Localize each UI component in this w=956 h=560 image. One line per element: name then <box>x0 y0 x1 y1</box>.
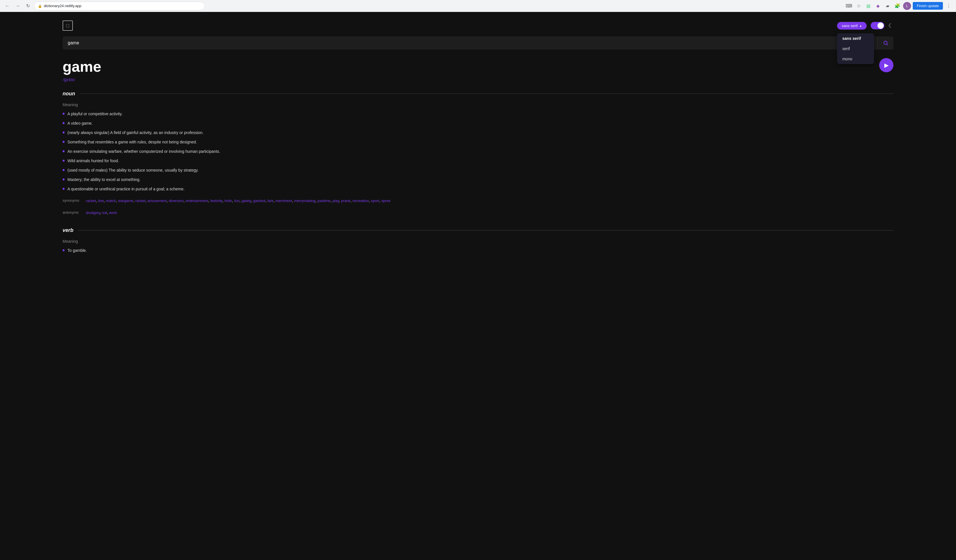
list-item: A playful or competitive activity. <box>63 111 893 117</box>
chevron-up-icon: ▲ <box>859 24 862 27</box>
synonym-link[interactable]: match <box>106 199 116 203</box>
meaning-text: Something that resembles a game with rul… <box>68 139 197 145</box>
synonym-link[interactable]: line <box>98 199 104 203</box>
desktop-icon[interactable]: ⌨ <box>845 2 853 10</box>
list-item: (nearly always singular) A field of gain… <box>63 130 893 136</box>
synonym-link[interactable]: recreation <box>352 199 369 203</box>
synonym-link[interactable]: sport <box>371 199 379 203</box>
play-icon: ▶ <box>884 62 888 69</box>
url-text: dictionary24.netlify.app <box>44 4 81 8</box>
synonym-link[interactable]: wargame <box>118 199 133 203</box>
font-option-mono[interactable]: mono <box>837 54 874 64</box>
extension-icon-3[interactable]: ▰ <box>884 2 892 10</box>
list-item: A video game. <box>63 120 893 126</box>
bullet-icon <box>63 178 64 181</box>
synonyms-label: synonyms <box>63 198 83 203</box>
synonym-link[interactable]: play <box>333 199 339 203</box>
synonym-link[interactable]: gambol <box>253 199 266 203</box>
meaning-text: A video game. <box>68 120 93 126</box>
top-bar: □ sans serif ▲ sans serif serif mono ☾ <box>63 20 893 31</box>
pos-divider-verb <box>78 230 893 231</box>
pos-label-noun: noun <box>63 91 75 97</box>
synonym-link[interactable]: frolic <box>225 199 232 203</box>
forward-button[interactable]: → <box>14 2 22 10</box>
antonym-link[interactable]: drudgery <box>86 211 100 215</box>
synonym-link[interactable]: fun <box>234 199 240 203</box>
synonym-link[interactable]: merriment <box>275 199 292 203</box>
bullet-icon <box>63 150 64 152</box>
meaning-text: A questionable or unethical practice in … <box>68 186 185 192</box>
antonyms-label: antonyms <box>63 210 83 215</box>
meaning-text: Mastery; the ability to excel at somethi… <box>68 177 140 183</box>
browser-chrome: ← → ↻ 🔒 dictionary24.netlify.app ⌨ ☆ ▤ ◆… <box>0 0 956 12</box>
meaning-label-verb: Meaning <box>63 239 893 244</box>
play-audio-button[interactable]: ▶ <box>879 58 893 72</box>
synonym-link[interactable]: pastime <box>318 199 331 203</box>
pos-header-verb: verb <box>63 227 893 233</box>
meaning-text: An exercise simulating warfare, whether … <box>68 149 220 154</box>
extension-icon-1[interactable]: ▤ <box>864 2 873 10</box>
synonym-link[interactable]: gaiety <box>242 199 251 203</box>
bullet-icon <box>63 188 64 190</box>
finish-update-button[interactable]: Finish update <box>913 2 943 10</box>
synonym-link[interactable]: festivity <box>210 199 222 203</box>
menu-icon[interactable]: ⋮ <box>945 2 953 10</box>
synonym-link[interactable]: diversion <box>169 199 184 203</box>
synonym-link[interactable]: entertainment <box>186 199 209 203</box>
bullet-icon <box>63 113 64 115</box>
top-bar-right: sans serif ▲ sans serif serif mono ☾ <box>837 22 893 30</box>
phonetic: /ɡeɪm/ <box>63 77 893 82</box>
extension-icon-2[interactable]: ◆ <box>874 2 882 10</box>
synonym-link[interactable]: spree <box>381 199 391 203</box>
font-dropdown-menu: sans serif serif mono <box>837 33 874 64</box>
bookmark-icon[interactable]: ☆ <box>855 2 863 10</box>
profile-avatar[interactable]: L <box>903 2 911 10</box>
verb-section: verb Meaning To gamble. <box>63 227 893 253</box>
synonym-link[interactable]: prank <box>341 199 351 203</box>
synonyms-row: synonyms racket, line, match, wargame, r… <box>63 198 893 204</box>
list-item: Wild animals hunted for food. <box>63 158 893 164</box>
synonyms-words: racket, line, match, wargame, racket, am… <box>86 198 390 204</box>
antonyms-words: drudgery, toil, work <box>86 210 117 216</box>
word-header: game /ɡeɪm/ ▶ <box>63 58 893 82</box>
pos-label-verb: verb <box>63 227 74 233</box>
puzzle-icon[interactable]: 🧩 <box>893 2 901 10</box>
verb-meanings-list: To gamble. <box>63 247 893 253</box>
search-icon <box>883 40 888 46</box>
app-container: □ sans serif ▲ sans serif serif mono ☾ <box>0 12 956 560</box>
meaning-text: (used mostly of males) The ability to se… <box>68 167 199 173</box>
meaning-text: A playful or competitive activity. <box>68 111 122 117</box>
back-button[interactable]: ← <box>3 2 11 10</box>
address-bar[interactable]: 🔒 dictionary24.netlify.app <box>34 2 205 10</box>
lock-icon: 🔒 <box>38 4 42 8</box>
synonym-link[interactable]: racket <box>135 199 145 203</box>
toggle-knob <box>877 22 884 29</box>
bullet-icon <box>63 131 64 134</box>
antonym-link[interactable]: toil <box>102 211 107 215</box>
font-selector-label: sans serif <box>841 24 857 28</box>
book-icon: □ <box>63 20 73 31</box>
antonyms-row: antonyms drudgery, toil, work <box>63 210 893 216</box>
search-bar-container <box>63 36 893 49</box>
reload-button[interactable]: ↻ <box>24 2 32 10</box>
meaning-text: (nearly always singular) A field of gain… <box>68 130 203 136</box>
noun-meanings-list: A playful or competitive activity. A vid… <box>63 111 893 192</box>
moon-icon: ☾ <box>888 22 893 29</box>
word-title: game <box>63 58 893 75</box>
font-option-sans-serif[interactable]: sans serif <box>837 33 874 44</box>
font-selector-button[interactable]: sans serif ▲ <box>837 22 866 30</box>
bullet-icon <box>63 160 64 162</box>
list-item: (used mostly of males) The ability to se… <box>63 167 893 173</box>
font-option-serif[interactable]: serif <box>837 44 874 54</box>
list-item: An exercise simulating warfare, whether … <box>63 149 893 154</box>
synonym-link[interactable]: merrymaking <box>294 199 316 203</box>
antonym-link[interactable]: work <box>109 211 117 215</box>
synonym-link[interactable]: racket <box>86 199 96 203</box>
search-input[interactable] <box>63 36 877 49</box>
list-item: To gamble. <box>63 247 893 253</box>
synonym-link[interactable]: lark <box>267 199 274 203</box>
synonym-link[interactable]: amusement <box>147 199 167 203</box>
search-button[interactable] <box>877 36 893 49</box>
meaning-text: To gamble. <box>68 247 87 253</box>
dark-mode-toggle[interactable] <box>871 22 884 29</box>
